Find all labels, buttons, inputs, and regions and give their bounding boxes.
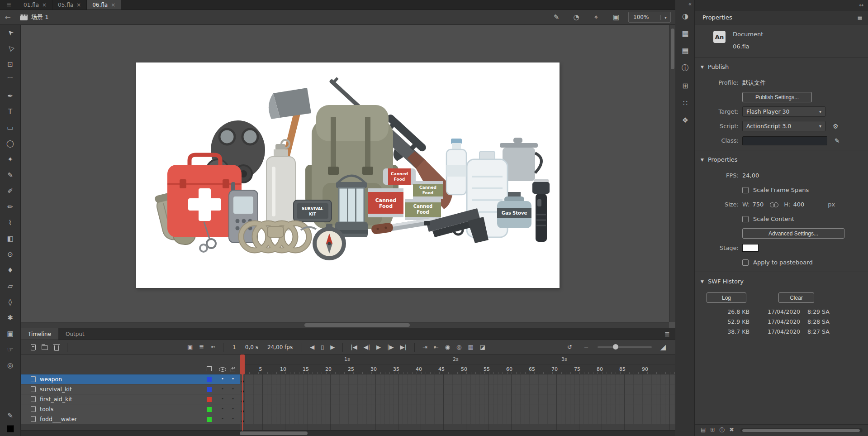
paint-bucket-tool[interactable]: ◧ <box>5 234 15 244</box>
swatches-panel-icon[interactable]: ▦ <box>682 29 688 38</box>
panel-menu-icon[interactable]: ≣ <box>857 14 863 21</box>
scrollbar-thumb[interactable] <box>304 323 410 327</box>
layer-row-tools[interactable]: tools • • <box>21 404 240 414</box>
edit-symbols-icon[interactable]: ◔ <box>571 13 581 23</box>
library-panel-icon[interactable]: ❖ <box>682 116 688 125</box>
eye-icon[interactable] <box>219 367 226 372</box>
edit-toolbar-icon[interactable]: ✎ <box>5 411 15 421</box>
layer-outline-color[interactable] <box>207 397 212 402</box>
clear-button[interactable]: Clear <box>778 292 814 303</box>
playhead-marker[interactable] <box>240 355 245 374</box>
layer-visibility-dot[interactable]: • <box>220 376 225 382</box>
publish-section-header[interactable]: ▼ Publish <box>695 60 868 73</box>
frame-row-tools[interactable] <box>240 404 675 414</box>
properties-scrollbar[interactable] <box>740 428 863 432</box>
collapse-dock-icon[interactable]: « <box>688 1 692 7</box>
hand-tool[interactable]: ☞ <box>5 345 15 355</box>
layer-visibility-dot[interactable]: • <box>220 406 225 412</box>
layer-lock-dot[interactable]: • <box>231 396 235 402</box>
frame-rate-display[interactable]: 24,00 fps <box>263 344 297 350</box>
swf-history-entry[interactable]: 26,8 KB 17/04/2020 8:29 SA <box>695 308 868 315</box>
class-edit-pencil-icon[interactable]: ✎ <box>835 137 840 144</box>
scrollbar-thumb[interactable] <box>240 431 308 435</box>
app-menu-icon[interactable]: ≡ <box>0 0 18 10</box>
scene-name-label[interactable]: 场景 1 <box>31 13 48 21</box>
chevron-down-icon[interactable]: ▾ <box>660 15 670 20</box>
height-value[interactable]: 400 <box>793 201 804 208</box>
eyedropper-tool[interactable]: ♦ <box>5 265 15 275</box>
outline-color-column-icon[interactable] <box>207 366 212 371</box>
delete-icon[interactable]: ✖ <box>729 426 734 434</box>
onion-skin-button[interactable]: ◉ <box>442 344 453 350</box>
link-dimensions-icon[interactable] <box>770 202 778 207</box>
close-icon[interactable]: × <box>111 2 115 8</box>
swf-history-entry[interactable]: 52,9 KB 17/04/2020 8:28 SA <box>695 318 868 325</box>
remove-frame-button[interactable]: ⇤ <box>431 344 442 350</box>
width-tool[interactable]: ◊ <box>5 297 15 307</box>
delete-layer-button[interactable] <box>51 341 62 353</box>
ink-bottle-tool[interactable]: ⊙ <box>5 249 15 259</box>
doc-tab-06-active[interactable]: 06.fla × <box>87 0 121 10</box>
panel-title[interactable]: Properties <box>702 14 732 21</box>
canvas-vertical-scrollbar[interactable] <box>669 25 675 322</box>
layer-visibility-dot[interactable]: • <box>220 386 225 392</box>
canvas-horizontal-scrollbar[interactable] <box>21 322 669 328</box>
clip-content-icon[interactable]: ▣ <box>611 13 621 23</box>
scrollbar-thumb[interactable] <box>742 429 860 432</box>
transform-panel-icon[interactable]: ⊞ <box>682 81 688 90</box>
log-button[interactable]: Log <box>707 292 746 303</box>
class-input[interactable] <box>742 136 827 145</box>
go-to-first-frame-button[interactable]: |◀ <box>347 344 360 350</box>
info-panel-icon[interactable]: ⓘ <box>682 63 689 73</box>
step-forward-one-button[interactable]: ▶ <box>327 344 338 350</box>
frame-grid-empty[interactable] <box>240 424 675 430</box>
subselection-tool[interactable]: ▷ <box>3 41 17 55</box>
free-transform-tool[interactable]: ⊡ <box>5 59 15 69</box>
script-settings-wrench-icon[interactable]: ⚙ <box>833 123 839 130</box>
polystar-tool[interactable]: ✦ <box>5 154 15 164</box>
edit-scene-icon[interactable]: ✎ <box>551 13 561 23</box>
lock-icon[interactable] <box>231 369 235 372</box>
slider-knob[interactable] <box>613 344 618 350</box>
apply-to-pasteboard-checkbox[interactable] <box>742 259 749 266</box>
layer-lock-dot[interactable]: • <box>231 406 235 412</box>
layer-row-first-aid-kit[interactable]: first_aid_kit • • <box>21 394 240 404</box>
layer-lock-dot[interactable]: • <box>231 386 235 392</box>
layer-outline-color[interactable] <box>207 387 212 392</box>
camera-tool[interactable]: ▣ <box>5 329 15 339</box>
scale-frame-spans-checkbox[interactable] <box>742 187 749 193</box>
stage[interactable]: Canned Food Canned Food Canned <box>136 62 560 288</box>
add-camera-button[interactable]: ▣ <box>184 344 196 350</box>
doc-tab-01[interactable]: 01.fla × <box>18 0 52 10</box>
color-panel-icon[interactable]: ◑ <box>682 12 688 20</box>
insert-frame-button[interactable]: ⇥ <box>419 344 431 350</box>
rectangle-tool[interactable]: ▭ <box>5 123 15 133</box>
timeline-horizontal-scrollbar[interactable] <box>21 430 675 436</box>
play-button[interactable]: ▶ <box>373 344 384 350</box>
frame-row-survival_kit[interactable] <box>240 384 675 394</box>
modify-markers-button[interactable]: ◪ <box>477 344 489 350</box>
canvas-pasteboard[interactable]: Canned Food Canned Food Canned <box>21 25 675 328</box>
script-dropdown[interactable]: ActionScript 3.0 ▾ <box>742 121 825 131</box>
new-layer-button[interactable] <box>27 341 39 353</box>
pencil-tool[interactable]: ✎ <box>5 170 15 180</box>
stage-color-swatch[interactable] <box>742 244 759 252</box>
center-stage-icon[interactable]: ⌖ <box>591 13 601 23</box>
step-back-one-button[interactable]: ◀ <box>307 344 318 350</box>
step-forward-button[interactable]: |▶ <box>384 344 397 350</box>
zoom-dropdown[interactable]: 100% ▾ <box>628 12 671 23</box>
oval-tool[interactable]: ◯ <box>5 139 15 149</box>
layer-row-weapon[interactable]: weapon • • <box>21 374 240 384</box>
pen-tool[interactable]: ✒ <box>5 91 15 101</box>
back-arrow-icon[interactable]: ← <box>0 13 15 22</box>
lasso-tool[interactable]: ⌒ <box>5 75 15 85</box>
scrollbar-thumb[interactable] <box>671 29 674 69</box>
layer-outline-color[interactable] <box>207 417 212 422</box>
timeline-zoom-out-button[interactable]: − <box>581 344 592 350</box>
eraser-tool[interactable]: ▱ <box>5 281 15 291</box>
close-icon[interactable]: × <box>76 2 81 8</box>
reset-timeline-zoom-button[interactable]: ↺ <box>564 344 575 350</box>
advanced-settings-button[interactable]: Advanced Settings... <box>742 228 844 239</box>
fps-value[interactable]: 24,00 <box>742 172 759 179</box>
layer-row-fodd-water[interactable]: fodd___water • • <box>21 414 240 424</box>
